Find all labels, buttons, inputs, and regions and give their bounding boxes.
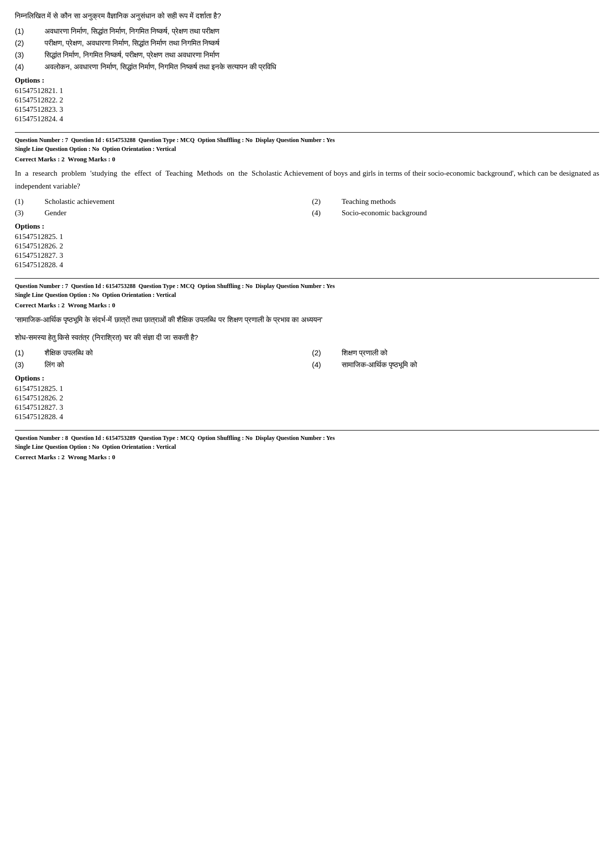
question-section-q7-hindi: Question Number : 7 Question Id : 615475… bbox=[15, 278, 599, 421]
option-code-2: 61547512822. 2 bbox=[15, 96, 599, 104]
meta-line1-q7-hindi: Question Number : 7 Question Id : 615475… bbox=[15, 282, 599, 290]
option-code-q7h-3: 61547512827. 3 bbox=[15, 403, 599, 412]
option-row-1: (1) अवधारणा निर्माण, सिद्धांत निर्माण, न… bbox=[15, 27, 599, 36]
option-num-q7h-3: (3) bbox=[15, 360, 45, 369]
option-num-q7h-2: (2) bbox=[312, 348, 342, 357]
option-row-q7-3: (3) Gender bbox=[15, 209, 302, 217]
meta-line2-q7-hindi: Single Line Question Option : No Option … bbox=[15, 290, 599, 299]
paragraph-q7-hindi-1: 'सामाजिक-आर्थिक पृष्ठभूमि के संदर्भ-में … bbox=[15, 313, 599, 326]
option-text-q7-2: Teaching methods bbox=[342, 197, 599, 206]
meta-line2-q8: Single Line Question Option : No Option … bbox=[15, 442, 599, 451]
question-meta-q7-hindi: Question Number : 7 Question Id : 615475… bbox=[15, 278, 599, 299]
option-code-q7-1: 61547512825. 1 bbox=[15, 233, 599, 241]
option-row-2: (2) परीक्षण, प्रेक्षण, अवधारणा निर्माण, … bbox=[15, 39, 599, 48]
option-text-2: परीक्षण, प्रेक्षण, अवधारणा निर्माण, सिद्… bbox=[45, 39, 599, 48]
question-meta-q8: Question Number : 8 Question Id : 615475… bbox=[15, 430, 599, 451]
option-row-4: (4) अवलोकन, अवधारणा निर्माण, सिद्धांत नि… bbox=[15, 62, 599, 71]
option-code-1: 61547512821. 1 bbox=[15, 87, 599, 95]
option-row-q7h-3: (3) लिंग को bbox=[15, 360, 302, 369]
option-code-q7h-1: 61547512825. 1 bbox=[15, 385, 599, 393]
options-grid-q7-hindi: (1) शैक्षिक उपलब्धि को (2) शिक्षण प्रणाल… bbox=[15, 348, 599, 369]
option-text-q7-1: Scholastic achievement bbox=[45, 197, 302, 206]
option-row-q7-4: (4) Socio-economic background bbox=[312, 209, 599, 217]
option-code-q7-3: 61547512827. 3 bbox=[15, 251, 599, 260]
option-row-q7h-1: (1) शैक्षिक उपलब्धि को bbox=[15, 348, 302, 357]
option-row-q7h-4: (4) सामाजिक-आर्थिक पृष्ठभूमि को bbox=[312, 360, 599, 369]
option-row-q7h-2: (2) शिक्षण प्रणाली को bbox=[312, 348, 599, 357]
meta-line1-q8: Question Number : 8 Question Id : 615475… bbox=[15, 434, 599, 442]
question-section-q8: Question Number : 8 Question Id : 615475… bbox=[15, 430, 599, 461]
option-row-q7-2: (2) Teaching methods bbox=[312, 197, 599, 206]
options-grid-q7-english: (1) Scholastic achievement (2) Teaching … bbox=[15, 197, 599, 217]
option-text-q7h-1: शैक्षिक उपलब्धि को bbox=[45, 348, 302, 357]
option-text-q7-4: Socio-economic background bbox=[342, 209, 599, 217]
option-num-q7-1: (1) bbox=[15, 197, 45, 206]
option-num-q7-4: (4) bbox=[312, 209, 342, 217]
question-section-q7-english: Question Number : 7 Question Id : 615475… bbox=[15, 132, 599, 269]
option-num-4: (4) bbox=[15, 62, 45, 71]
option-code-q7-4: 61547512828. 4 bbox=[15, 261, 599, 269]
option-text-q7h-2: शिक्षण प्रणाली को bbox=[342, 348, 599, 357]
question-meta-q7-english: Question Number : 7 Question Id : 615475… bbox=[15, 132, 599, 153]
correct-marks-q7-english: Correct Marks : 2 Wrong Marks : 0 bbox=[15, 155, 599, 163]
meta-line2-q7: Single Line Question Option : No Option … bbox=[15, 145, 599, 153]
options-label-q7-hindi: Options : bbox=[15, 374, 599, 383]
option-num-2: (2) bbox=[15, 39, 45, 47]
question-section-q6-hindi: निम्नलिखित में से कौन सा अनुक्रम वैज्ञान… bbox=[15, 10, 599, 123]
option-num-q7-3: (3) bbox=[15, 209, 45, 217]
option-code-4: 61547512824. 4 bbox=[15, 115, 599, 123]
correct-marks-q7-hindi: Correct Marks : 2 Wrong Marks : 0 bbox=[15, 301, 599, 309]
question-text-q6-hindi: निम्नलिखित में से कौन सा अनुक्रम वैज्ञान… bbox=[15, 10, 599, 22]
paragraph-q7-english: In a research problem 'studying the effe… bbox=[15, 167, 599, 193]
option-num-q7h-4: (4) bbox=[312, 360, 342, 369]
option-text-q7h-4: सामाजिक-आर्थिक पृष्ठभूमि को bbox=[342, 360, 599, 369]
option-code-q7h-4: 61547512828. 4 bbox=[15, 413, 599, 421]
meta-line1-q7: Question Number : 7 Question Id : 615475… bbox=[15, 136, 599, 145]
option-text-4: अवलोकन, अवधारणा निर्माण, सिद्धांत निर्मा… bbox=[45, 62, 599, 71]
options-label-q6: Options : bbox=[15, 76, 599, 85]
option-code-3: 61547512823. 3 bbox=[15, 105, 599, 114]
option-num-q7-2: (2) bbox=[312, 197, 342, 206]
option-num-3: (3) bbox=[15, 50, 45, 59]
correct-marks-q8: Correct Marks : 2 Wrong Marks : 0 bbox=[15, 453, 599, 461]
option-num-1: (1) bbox=[15, 27, 45, 35]
option-code-q7h-2: 61547512826. 2 bbox=[15, 394, 599, 402]
option-code-q7-2: 61547512826. 2 bbox=[15, 242, 599, 250]
option-text-1: अवधारणा निर्माण, सिद्धांत निर्माण, निगमि… bbox=[45, 27, 599, 36]
option-num-q7h-1: (1) bbox=[15, 348, 45, 357]
option-row-3: (3) सिद्धांत निर्माण, निगमित निष्कर्ष, प… bbox=[15, 50, 599, 59]
option-text-q7h-3: लिंग को bbox=[45, 360, 302, 369]
options-label-q7-english: Options : bbox=[15, 222, 599, 231]
paragraph-q7-hindi-2: शोध-समस्या हेतु किसे स्वतंत्र (निराश्रित… bbox=[15, 331, 599, 344]
option-row-q7-1: (1) Scholastic achievement bbox=[15, 197, 302, 206]
option-text-3: सिद्धांत निर्माण, निगमित निष्कर्ष, परीक्… bbox=[45, 50, 599, 59]
option-text-q7-3: Gender bbox=[45, 209, 302, 217]
